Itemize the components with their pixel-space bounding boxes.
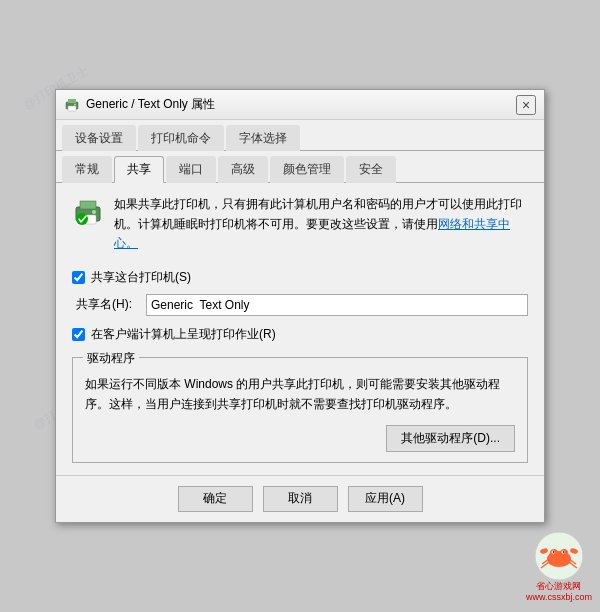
info-box: 如果共享此打印机，只有拥有此计算机用户名和密码的用户才可以使用此打印机。计算机睡…	[72, 195, 528, 253]
printer-icon	[64, 97, 80, 113]
share-printer-row: 共享这台打印机(S)	[72, 269, 528, 286]
tab-general[interactable]: 常规	[62, 156, 112, 183]
share-name-row: 共享名(H):	[72, 294, 528, 316]
dialog-title: Generic / Text Only 属性	[86, 96, 215, 113]
driver-btn-row: 其他驱动程序(D)...	[85, 425, 515, 452]
share-name-input[interactable]	[146, 294, 528, 316]
ok-button[interactable]: 确定	[178, 486, 253, 512]
tab-font-select[interactable]: 字体选择	[226, 125, 300, 151]
tab-port[interactable]: 端口	[166, 156, 216, 183]
tab-color-mgmt[interactable]: 颜色管理	[270, 156, 344, 183]
svg-rect-2	[68, 106, 76, 111]
content-area: 如果共享此打印机，只有拥有此计算机用户名和密码的用户才可以使用此打印机。计算机睡…	[56, 183, 544, 474]
title-bar-left: Generic / Text Only 属性	[64, 96, 215, 113]
dialog: Generic / Text Only 属性 × 设备设置 打印机命令 字体选择…	[55, 89, 545, 522]
driver-section: 驱动程序 如果运行不同版本 Windows 的用户共享此打印机，则可能需要安装其…	[72, 357, 528, 463]
svg-point-16	[563, 551, 565, 553]
info-printer-icon	[72, 197, 104, 229]
tab-advanced[interactable]: 高级	[218, 156, 268, 183]
apply-button[interactable]: 应用(A)	[348, 486, 423, 512]
svg-point-15	[553, 551, 555, 553]
svg-point-7	[92, 210, 96, 214]
svg-rect-5	[80, 201, 96, 209]
share-printer-checkbox[interactable]	[72, 271, 85, 284]
svg-point-8	[76, 213, 88, 225]
logo-text: 省心游戏网www.cssxbj.com	[526, 581, 592, 604]
share-name-label: 共享名(H):	[76, 296, 146, 313]
tab-security[interactable]: 安全	[346, 156, 396, 183]
cancel-button[interactable]: 取消	[263, 486, 338, 512]
title-bar: Generic / Text Only 属性 ×	[56, 90, 544, 120]
other-drivers-button[interactable]: 其他驱动程序(D)...	[386, 425, 515, 452]
logo-area: 省心游戏网www.cssxbj.com	[526, 531, 592, 604]
bottom-bar: 确定 取消 应用(A)	[56, 475, 544, 522]
render-jobs-checkbox[interactable]	[72, 328, 85, 341]
info-text-block: 如果共享此打印机，只有拥有此计算机用户名和密码的用户才可以使用此打印机。计算机睡…	[114, 195, 528, 253]
render-jobs-row: 在客户端计算机上呈现打印作业(R)	[72, 326, 528, 343]
tab-row-1: 设备设置 打印机命令 字体选择	[56, 120, 544, 151]
share-printer-label[interactable]: 共享这台打印机(S)	[91, 269, 191, 286]
render-jobs-label[interactable]: 在客户端计算机上呈现打印作业(R)	[91, 326, 276, 343]
tab-row-2: 常规 共享 端口 高级 颜色管理 安全	[56, 151, 544, 183]
crab-logo-icon	[534, 531, 584, 581]
form-section: 共享这台打印机(S) 共享名(H): 在客户端计算机上呈现打印作业(R)	[72, 269, 528, 343]
tab-device-settings[interactable]: 设备设置	[62, 125, 136, 151]
driver-section-text: 如果运行不同版本 Windows 的用户共享此打印机，则可能需要安装其他驱动程序…	[85, 374, 515, 415]
tab-share[interactable]: 共享	[114, 156, 164, 183]
svg-rect-1	[68, 99, 76, 103]
tab-print-command[interactable]: 打印机命令	[138, 125, 224, 151]
svg-point-3	[74, 103, 76, 105]
driver-section-title: 驱动程序	[83, 350, 139, 367]
close-button[interactable]: ×	[516, 95, 536, 115]
